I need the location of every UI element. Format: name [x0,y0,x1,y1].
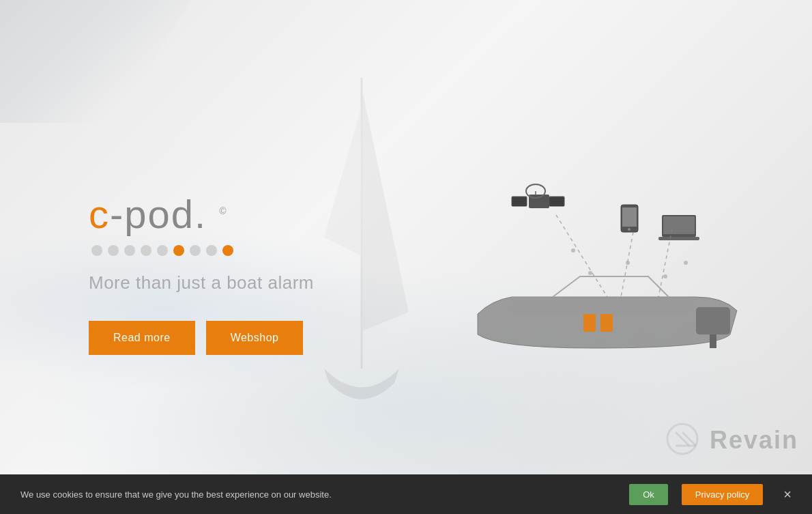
svg-point-29 [626,261,630,265]
cookie-message: We use cookies to ensure that we give yo… [20,489,615,500]
cookie-banner: We use cookies to ensure that we give yo… [0,474,812,514]
hero-content: c-pod. © More than just a boat alarm Rea… [89,191,416,355]
svg-rect-22 [663,216,695,234]
read-more-button[interactable]: Read more [89,321,195,355]
cookie-ok-button[interactable]: Ok [629,484,668,505]
svg-point-28 [588,271,592,275]
logo-dots [91,245,416,256]
svg-rect-2 [710,334,716,348]
logo-c: c [89,192,110,236]
motorboat-diagram [457,164,744,396]
land-silhouette [0,0,191,123]
dot-8 [206,245,217,256]
webshop-button[interactable]: Webshop [206,321,304,355]
revain-text: Revain [710,426,798,455]
svg-point-20 [628,228,630,231]
dot-9 [222,245,233,256]
dot-7 [190,245,201,256]
revain-watermark: Revain [607,406,812,474]
dot-2 [108,245,119,256]
svg-rect-1 [696,307,730,334]
cookie-privacy-button[interactable]: Privacy policy [682,484,763,505]
logo-copyright: © [219,205,227,216]
logo-text: c-pod. © [89,191,228,237]
cookie-close-button[interactable]: × [783,487,792,501]
svg-rect-5 [529,195,549,208]
svg-line-24 [556,215,607,297]
hero-tagline: More than just a boat alarm [89,272,416,294]
cta-buttons: Read more Webshop [89,321,416,355]
dot-5 [157,245,168,256]
svg-rect-23 [658,237,699,240]
dot-3 [124,245,135,256]
svg-rect-19 [622,208,637,227]
svg-point-31 [663,274,667,279]
svg-point-30 [684,261,688,265]
svg-rect-4 [600,314,613,332]
dot-1 [91,245,102,256]
brand-logo: c-pod. © [89,191,416,237]
dot-4 [141,245,151,256]
svg-rect-3 [583,314,596,332]
dot-6 [173,245,184,256]
svg-point-27 [571,248,575,253]
